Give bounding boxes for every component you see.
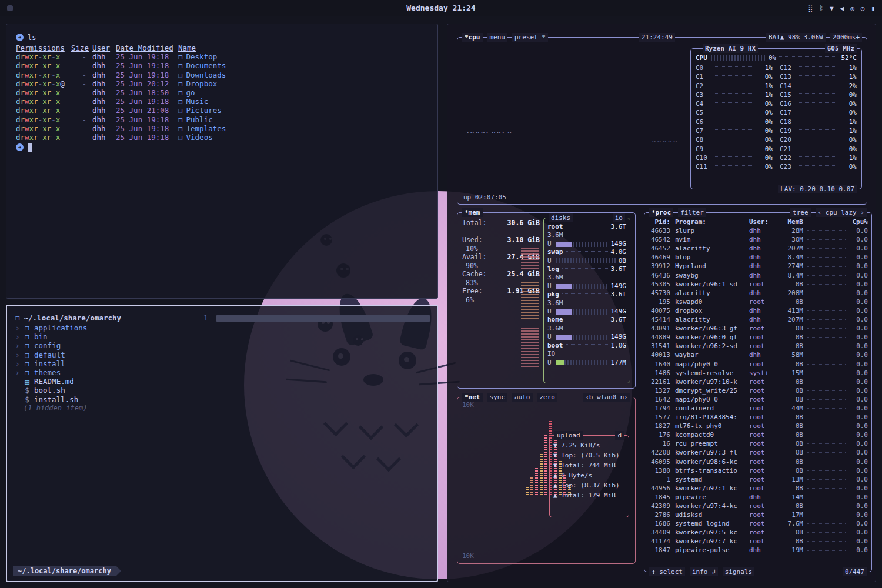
process-row[interactable]: 195 kswapd0 root 0B 0.0: [644, 298, 871, 306]
core-row: C50%: [696, 108, 773, 117]
net-zero-button[interactable]: zero: [537, 393, 558, 402]
process-row[interactable]: 1794 containerd root 44M 0.0: [644, 404, 871, 413]
file-type-icon: ❒: [24, 332, 31, 341]
process-row[interactable]: 176 kcompactd0 root 0B 0.0: [644, 430, 871, 439]
preview-highlight[interactable]: [216, 315, 430, 322]
process-row[interactable]: 1486 systemd-resolve syst+ 15M 0.0: [644, 369, 871, 377]
list-item[interactable]: › ❒ applications dir: [15, 323, 429, 332]
list-item[interactable]: › ❒ bin dir: [15, 332, 429, 341]
process-row[interactable]: 45414 alacritty dhh 207M 0.0: [644, 315, 871, 324]
process-row[interactable]: 34409 kworker/u97:5-kc root 0B 0.0: [644, 528, 871, 537]
powerline-arrow-icon: [116, 566, 121, 576]
list-item[interactable]: ▤ README.md file: [15, 377, 429, 386]
list-item[interactable]: $ boot.sh script: [15, 386, 429, 395]
proc-cpu-graph: [807, 364, 846, 365]
proc-cpu-graph: [807, 293, 846, 293]
process-row[interactable]: 1845 pipewire dhh 14M 0.0: [644, 493, 871, 502]
process-row[interactable]: 1642 napi/phy0-0 root 0B 0.0: [644, 395, 871, 404]
net-auto-button[interactable]: auto: [512, 393, 533, 402]
file-manager-window[interactable]: ❒ ~/.local/share/omarchy › ❒ application…: [6, 305, 438, 582]
ls-rows: drwxr-xr-x - dhh 25 Jun 19:18 ❒Desktop d…: [16, 52, 428, 142]
disk-entry: root3.6T 3.6M U149G: [547, 223, 626, 248]
download-toggle[interactable]: d: [615, 431, 624, 440]
process-row[interactable]: 1380 btrfs-transactio root 0B 0.0: [644, 466, 871, 475]
process-row[interactable]: 43091 kworker/u96:3-gf root 0B 0.0: [644, 324, 871, 333]
ls-row: drwxr-xr-x - dhh 25 Jun 19:18 ❒Templates: [16, 124, 428, 133]
sort-selector[interactable]: ‹ cpu lazy ›: [816, 208, 867, 217]
signals-hint[interactable]: signals: [723, 567, 754, 576]
process-row[interactable]: 40013 waybar dhh 58M 0.0: [644, 350, 871, 359]
status-icon[interactable]: ⣿: [808, 5, 813, 12]
process-row[interactable]: 46633 slurp dhh 28M 0.0: [644, 226, 871, 235]
core-row: C230%: [780, 162, 857, 171]
process-row[interactable]: 1686 systemd-logind root 7.6M 0.0: [644, 519, 871, 528]
preset-button[interactable]: preset *: [512, 33, 548, 42]
process-row[interactable]: 16 rcu_preempt root 0B 0.0: [644, 439, 871, 448]
tree-toggle[interactable]: tree: [790, 208, 811, 217]
process-row[interactable]: 42309 kworker/u97:4-kc root 0B 0.0: [644, 502, 871, 510]
process-row[interactable]: 45305 kworker/u96:1-sd root 0B 0.0: [644, 280, 871, 289]
folder-icon: ❒: [178, 61, 183, 70]
process-row[interactable]: 46542 nvim dhh 30M 0.0: [644, 235, 871, 244]
select-hint[interactable]: ↕ select: [649, 567, 685, 576]
list-item[interactable]: › ❒ config dir: [15, 341, 429, 350]
process-row[interactable]: 1327 dmcrypt_write/25 root 0B 0.0: [644, 386, 871, 395]
tab-net[interactable]: *net: [462, 393, 483, 402]
list-item[interactable]: › ❒ default dir: [15, 350, 429, 359]
status-icon[interactable]: ▮: [871, 5, 875, 12]
disk-usage-meter: [556, 360, 608, 365]
btop-window[interactable]: *cpu menu preset * 21:24:49 BAT▲ 98% 3.0…: [447, 24, 876, 582]
core-row: C110%: [696, 162, 773, 171]
chevron-right-icon: ›: [15, 341, 20, 350]
process-row[interactable]: 40075 dropbox dhh 413M 0.0: [644, 306, 871, 315]
refresh-interval[interactable]: 2000ms+: [830, 33, 862, 42]
proc-cpu-graph: [807, 337, 846, 338]
filter-button[interactable]: filter: [678, 208, 706, 217]
folder-icon: ❒: [178, 124, 183, 133]
status-icon[interactable]: ◀: [840, 5, 844, 12]
status-icon[interactable]: ᛒ: [819, 5, 823, 12]
process-row[interactable]: 46436 swaybg dhh 8.4M 0.0: [644, 271, 871, 280]
core-row: C60%: [696, 118, 773, 126]
list-item[interactable]: › ❒ themes dir: [15, 368, 429, 377]
proc-cpu-graph: [807, 373, 846, 373]
process-row[interactable]: 44889 kworker/u96:0-gf root 0B 0.0: [644, 333, 871, 342]
process-row[interactable]: 1577 irq/81-PIXA3854: root 0B 0.0: [644, 413, 871, 422]
text-cursor[interactable]: [28, 143, 32, 152]
tab-proc[interactable]: *proc: [649, 208, 673, 217]
status-icon[interactable]: ▼: [830, 5, 834, 12]
io-toggle[interactable]: io: [613, 213, 625, 222]
proc-cpu-graph: [807, 266, 846, 267]
status-icon[interactable]: ◎: [850, 5, 854, 12]
process-row[interactable]: 46095 kworker/u98:6-kc root 0B 0.0: [644, 457, 871, 466]
list-item[interactable]: › ❒ install dir: [15, 359, 429, 368]
tab-mem[interactable]: *mem: [462, 208, 483, 217]
net-graph-bar: [535, 468, 538, 495]
net-interface[interactable]: ‹b wlan0 n›: [583, 393, 630, 402]
list-item[interactable]: $ install.sh script: [15, 395, 429, 404]
process-row[interactable]: 46452 alacritty dhh 207M 0.0: [644, 244, 871, 253]
process-row[interactable]: 31541 kworker/u96:2-sd root 0B 0.0: [644, 342, 871, 350]
info-hint[interactable]: info ↲: [690, 567, 718, 576]
proc-cpu-graph: [807, 523, 846, 524]
process-row[interactable]: 44956 kworker/u97:1-kc root 0B 0.0: [644, 484, 871, 493]
process-row[interactable]: 1847 pipewire-pulse dhh 19M 0.0: [644, 546, 871, 554]
process-row[interactable]: 1640 napi/phy0-0 root 0B 0.0: [644, 360, 871, 369]
process-row[interactable]: 41174 kworker/u97:7-kc root 0B 0.0: [644, 537, 871, 546]
process-row[interactable]: 22161 kworker/u97:10-k root 0B 0.0: [644, 377, 871, 386]
process-row[interactable]: 1827 mt76-tx phy0 root 0B 0.0: [644, 422, 871, 430]
workspace-indicator[interactable]: [7, 5, 13, 11]
process-row[interactable]: 2786 udisksd root 17M 0.0: [644, 510, 871, 519]
tab-cpu[interactable]: *cpu: [462, 33, 483, 42]
process-row[interactable]: 42208 kworker/u97:3-fl root 0B 0.0: [644, 448, 871, 457]
process-row[interactable]: 45730 alacritty dhh 208M 0.0: [644, 289, 871, 298]
menu-button[interactable]: menu: [487, 33, 508, 42]
process-row[interactable]: 46469 btop dhh 8.4M 0.0: [644, 253, 871, 262]
process-row[interactable]: 1 systemd root 13M 0.0: [644, 475, 871, 484]
folder-icon: ❒: [178, 88, 183, 97]
status-icon[interactable]: ◷: [861, 5, 865, 12]
net-sync-button[interactable]: sync: [487, 393, 508, 402]
core-row: C170%: [780, 108, 857, 117]
process-row[interactable]: 39912 Hyprland dhh 274M 0.0: [644, 262, 871, 270]
terminal-window-ls[interactable]: ➜ ls Permissions Size User Date Modified…: [6, 24, 438, 299]
